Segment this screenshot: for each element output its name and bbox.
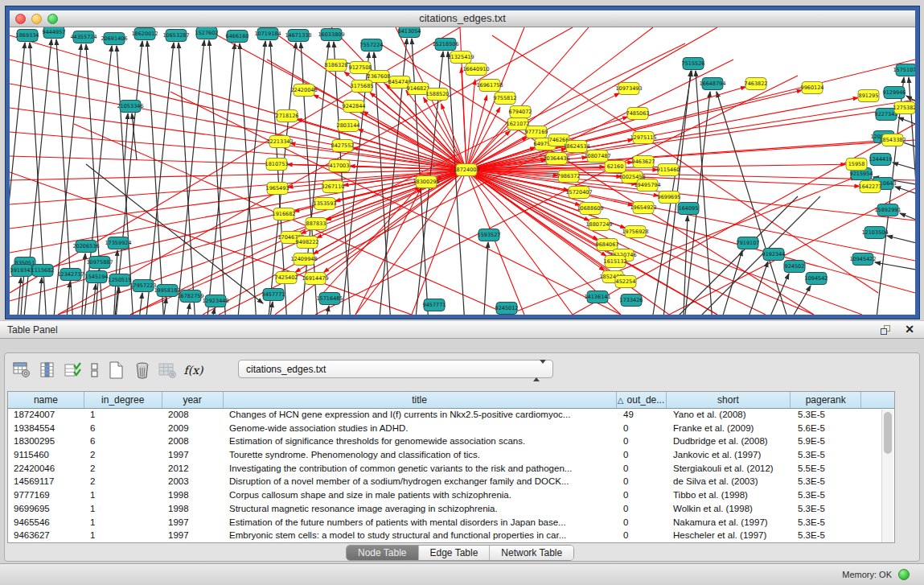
cell-year: 2012 bbox=[162, 463, 224, 476]
network-node-label: 9777169 bbox=[525, 129, 548, 135]
column-header-title[interactable]: title bbox=[224, 392, 617, 408]
network-node-label: 2367608 bbox=[368, 73, 391, 80]
cell-out_de...: 0 bbox=[618, 503, 667, 517]
network-node-label: 3267110 bbox=[322, 183, 345, 190]
memory-ok-icon bbox=[898, 569, 910, 580]
table-row[interactable]: 1938455462009Genome-wide association stu… bbox=[8, 422, 894, 436]
import-table-button[interactable] bbox=[157, 360, 179, 381]
table-row[interactable]: 911546021997Tourette syndrome. Phenomeno… bbox=[8, 449, 894, 463]
cell-in_degree: 2 bbox=[84, 463, 162, 476]
network-node-label: 1115682 bbox=[31, 267, 55, 274]
close-panel-icon[interactable]: ✕ bbox=[905, 323, 914, 336]
tab-network-table[interactable]: Network Table bbox=[490, 546, 573, 560]
network-node-label: 9684067 bbox=[596, 241, 619, 248]
function-builder-button[interactable]: f(x) bbox=[183, 360, 204, 381]
network-edge bbox=[10, 170, 466, 301]
table-panel-title: Table Panel bbox=[7, 324, 58, 336]
network-node-label: 7425402 bbox=[275, 274, 298, 281]
network-canvas[interactable]: 1872400718300295186933494449574435572420… bbox=[10, 27, 915, 315]
cell-short: de Silva et al. (2003) bbox=[667, 476, 792, 489]
tab-node-table[interactable]: Node Table bbox=[347, 546, 419, 560]
network-node-label: 21053346 bbox=[117, 103, 143, 109]
network-node-label: 1965493 bbox=[266, 185, 290, 192]
cell-year: 2003 bbox=[162, 476, 224, 489]
cell-in_degree: 1 bbox=[84, 517, 162, 530]
network-node-label: 12342737 bbox=[57, 271, 84, 278]
network-edge bbox=[358, 130, 466, 170]
network-node-label: 9755812 bbox=[494, 95, 517, 101]
network-node-label: 9215954 bbox=[850, 171, 873, 177]
network-node-label: 924502 bbox=[785, 263, 805, 270]
delete-column-button[interactable] bbox=[131, 360, 153, 381]
network-node-label: 14136141 bbox=[584, 294, 610, 300]
network-node-label: 9242844 bbox=[343, 103, 366, 109]
network-node-label: 3457771 bbox=[262, 291, 285, 298]
network-node-label: 7919107 bbox=[737, 240, 760, 246]
table-vertical-scrollbar[interactable] bbox=[881, 410, 893, 542]
select-rows-button[interactable] bbox=[63, 360, 84, 381]
table-row[interactable]: 969969511998Structural magnetic resonanc… bbox=[8, 503, 894, 517]
network-node-label: 18543382 bbox=[879, 137, 906, 143]
column-header-out_de...[interactable]: △out_de... bbox=[617, 392, 667, 408]
network-node-label: 7463822 bbox=[745, 80, 768, 87]
scrollbar-thumb[interactable] bbox=[884, 412, 892, 454]
column-header-in_degree[interactable]: in_degree bbox=[84, 392, 162, 408]
column-header-year[interactable]: year bbox=[162, 392, 224, 408]
column-header-short[interactable]: short bbox=[667, 392, 791, 408]
cell-out_de...: 0 bbox=[618, 489, 667, 503]
network-edge bbox=[207, 43, 235, 315]
network-edge bbox=[147, 41, 164, 315]
column-header-name[interactable]: name bbox=[8, 392, 84, 408]
table-row[interactable]: 946362711997Embryonic stem cells: a mode… bbox=[8, 529, 894, 543]
cell-name: 9463627 bbox=[8, 529, 84, 543]
cell-pagerank: 5.3E-5 bbox=[792, 529, 863, 543]
table-row[interactable]: 1456911722003Disruption of a novel membe… bbox=[8, 476, 894, 489]
table-row[interactable]: 977716911998Corpus callosum shape and si… bbox=[8, 489, 894, 503]
network-edge bbox=[237, 41, 265, 315]
float-panel-icon[interactable] bbox=[881, 325, 892, 336]
new-column-button[interactable] bbox=[105, 360, 127, 381]
table-row[interactable]: 2242004622012Investigating the contribut… bbox=[8, 463, 894, 476]
table-row[interactable]: 1872400712008Changes of HCN gene express… bbox=[8, 409, 894, 422]
network-window-title: citations_edges.txt bbox=[10, 12, 915, 24]
table-selector-dropdown[interactable]: citations_edges.txt bbox=[238, 360, 553, 378]
column-visibility-button[interactable] bbox=[37, 360, 59, 381]
column-header-filler[interactable] bbox=[861, 392, 894, 408]
network-edge bbox=[698, 196, 820, 315]
network-node-label: 3919343 bbox=[10, 267, 34, 274]
network-edge bbox=[696, 71, 713, 315]
sort-ascending-icon: △ bbox=[618, 396, 624, 405]
network-edge bbox=[10, 108, 466, 170]
network-node-label: 9127508 bbox=[349, 64, 372, 71]
cell-in_degree: 1 bbox=[84, 489, 162, 503]
network-node-label: 16961758 bbox=[476, 82, 503, 89]
network-node-label: 887833 bbox=[306, 220, 326, 227]
table-row[interactable]: 946554611997Estimation of the future num… bbox=[8, 517, 894, 530]
tab-edge-table[interactable]: Edge Table bbox=[419, 546, 491, 560]
cell-pagerank: 5.3E-5 bbox=[792, 503, 863, 517]
network-node-label: 10945422 bbox=[849, 256, 876, 262]
network-node-label: 15218506 bbox=[432, 41, 458, 47]
cell-name: 9699695 bbox=[8, 503, 84, 517]
cell-year: 2009 bbox=[162, 422, 224, 436]
network-node-label: 1545194 bbox=[85, 274, 109, 280]
network-node-label: 1275382 bbox=[893, 105, 915, 111]
table-settings-button[interactable] bbox=[11, 360, 33, 381]
table-row[interactable]: 1830029562008Estimation of significance … bbox=[8, 435, 894, 449]
network-window-titlebar[interactable]: citations_edges.txt bbox=[10, 10, 915, 27]
cell-out_de...: 0 bbox=[618, 529, 667, 543]
dropdown-stepper-icon bbox=[533, 364, 546, 378]
network-node-label: 30975887 bbox=[86, 259, 113, 266]
table-panel-titlebar: Table Panel ✕ bbox=[0, 320, 924, 339]
column-header-pagerank[interactable]: pagerank bbox=[791, 392, 861, 408]
network-node-label: 10688609 bbox=[577, 205, 603, 212]
cell-out_de...: 0 bbox=[618, 463, 667, 476]
network-node-label: 1094542 bbox=[805, 275, 828, 282]
row-height-button[interactable] bbox=[88, 360, 101, 381]
network-node-label: 1642273 bbox=[859, 183, 882, 190]
cell-in_degree: 1 bbox=[84, 409, 162, 422]
table-type-tabs: Node Table Edge Table Network Table bbox=[346, 545, 574, 561]
cell-pagerank: 5.3E-5 bbox=[792, 476, 863, 489]
network-edge bbox=[887, 236, 915, 244]
cell-year: 2008 bbox=[162, 409, 224, 422]
